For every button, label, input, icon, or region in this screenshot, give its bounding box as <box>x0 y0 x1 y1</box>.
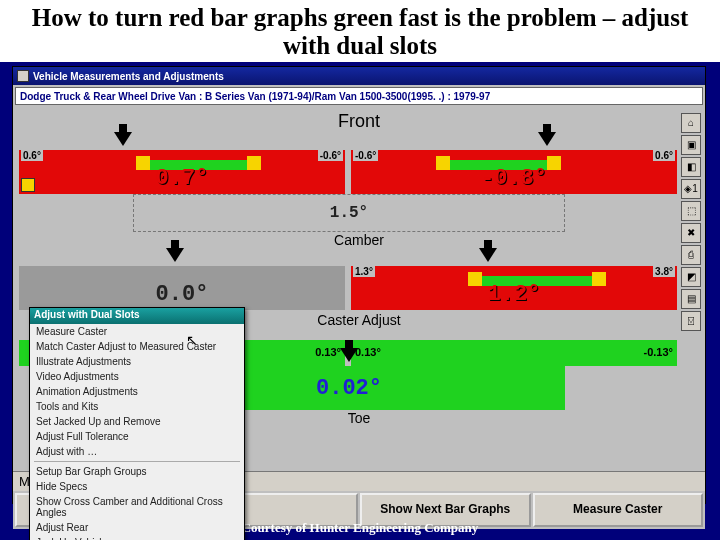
menu-item[interactable]: Adjust Full Tolerance <box>30 429 244 444</box>
camber-cross-gauge: 1.5° <box>133 194 565 232</box>
toe-right-spec: -0.13° <box>644 346 673 358</box>
tool-button[interactable]: ◈1 <box>681 179 701 199</box>
vehicle-description-bar: Dodge Truck & Rear Wheel Drive Van : B S… <box>15 87 703 105</box>
menu-item[interactable]: Set Jacked Up and Remove <box>30 414 244 429</box>
indicator-arrow-icon <box>538 132 556 146</box>
menu-item[interactable]: Hide Specs <box>30 479 244 494</box>
window-titlebar: Vehicle Measurements and Adjustments <box>13 67 705 85</box>
camber-right-gauge: -0.6° 0.6° -0.8° <box>351 150 677 194</box>
menu-item[interactable]: Setup Bar Graph Groups <box>30 464 244 479</box>
camber-left-value: 0.7° <box>19 166 345 191</box>
right-toolbar: ⌂ ▣ ◧ ◈1 ⬚ ✖ ⎙ ◩ ▤ ⍌ <box>681 113 703 331</box>
app-icon <box>17 70 29 82</box>
menu-item[interactable]: Match Caster Adjust to Measured Caster <box>30 339 244 354</box>
tool-button[interactable]: ✖ <box>681 223 701 243</box>
tool-button[interactable]: ◧ <box>681 157 701 177</box>
toe-left-spec: 0.13° <box>315 346 341 358</box>
tool-button[interactable]: ▣ <box>681 135 701 155</box>
caster-right-value: 1.2° <box>351 282 677 307</box>
caster-row: 0.0° 1.3° 3.8° 1.2° <box>13 266 705 310</box>
caster-left-gauge: 0.0° <box>19 266 345 310</box>
camber-cross-value: 1.5° <box>133 204 565 222</box>
front-label: Front <box>13 111 705 132</box>
slide-title: How to turn red bar graphs green fast is… <box>0 0 720 62</box>
camber-row: 0.6° -0.6° 0.7° -0.6° 0.6° -0.8° <box>13 150 705 194</box>
tool-button[interactable]: ⎙ <box>681 245 701 265</box>
indicator-arrow-icon <box>340 348 358 362</box>
popup-title: Adjust with Dual Slots <box>30 308 244 324</box>
indicator-arrow-icon <box>114 132 132 146</box>
menu-item[interactable]: Jack Up Vehicle <box>30 535 244 540</box>
menu-item[interactable]: Tools and Kits <box>30 399 244 414</box>
indicator-arrow-icon <box>166 248 184 262</box>
menu-item[interactable]: Adjust with … <box>30 444 244 459</box>
toe-mid-spec: 0.13° <box>355 346 381 358</box>
menu-item[interactable]: Illustrate Adjustments <box>30 354 244 369</box>
adjust-context-menu: Adjust with Dual Slots ↖ Measure Caster … <box>29 307 245 540</box>
menu-item[interactable]: Video Adjustments <box>30 369 244 384</box>
tool-button[interactable]: ⌂ <box>681 113 701 133</box>
spec-low: -0.6° <box>353 150 378 161</box>
tool-button[interactable]: ⍌ <box>681 311 701 331</box>
camber-label: Camber <box>13 232 705 248</box>
adjust-icon[interactable] <box>21 178 35 192</box>
spec-high: 0.6° <box>653 150 675 161</box>
caster-right-gauge: 1.3° 3.8° 1.2° <box>351 266 677 310</box>
tool-button[interactable]: ▤ <box>681 289 701 309</box>
spec-low: 1.3° <box>353 266 375 277</box>
vehicle-description: Dodge Truck & Rear Wheel Drive Van : B S… <box>20 91 490 102</box>
app-window: Vehicle Measurements and Adjustments Dod… <box>12 66 706 504</box>
toe-right-gauge: 0.13° -0.13° <box>351 340 677 366</box>
menu-item[interactable]: Show Cross Camber and Additional Cross A… <box>30 494 244 520</box>
camber-left-gauge: 0.6° -0.6° 0.7° <box>19 150 345 194</box>
menu-separator <box>34 461 240 462</box>
caster-left-value: 0.0° <box>19 282 345 307</box>
spec-high: -0.6° <box>318 150 343 161</box>
tool-button[interactable]: ⬚ <box>681 201 701 221</box>
spec-high: 3.8° <box>653 266 675 277</box>
menu-item[interactable]: Measure Caster <box>30 324 244 339</box>
indicator-arrow-icon <box>479 248 497 262</box>
menu-item[interactable]: Animation Adjustments <box>30 384 244 399</box>
menu-item[interactable]: Adjust Rear <box>30 520 244 535</box>
tool-button[interactable]: ◩ <box>681 267 701 287</box>
spec-low: 0.6° <box>21 150 43 161</box>
window-title: Vehicle Measurements and Adjustments <box>33 71 224 82</box>
camber-right-value: -0.8° <box>351 166 677 191</box>
